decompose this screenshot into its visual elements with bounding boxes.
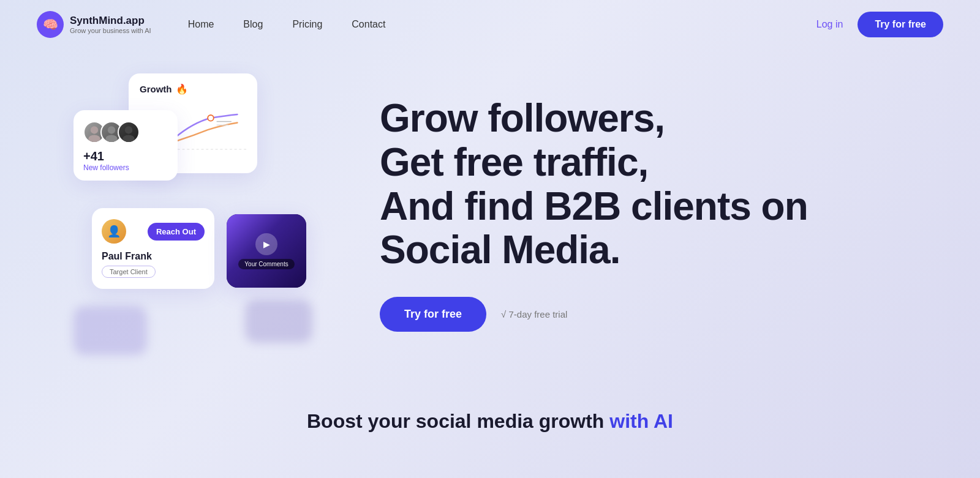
navbar: 🧠 SynthMind.app Grow your business with … bbox=[0, 0, 980, 49]
comments-label: Your Comments bbox=[238, 259, 294, 269]
nav-links: Home Blog Pricing Contact bbox=[188, 19, 816, 30]
svg-point-6 bbox=[108, 126, 115, 133]
nav-contact[interactable]: Contact bbox=[352, 19, 385, 30]
comments-bg: ▶ Your Comments bbox=[227, 214, 306, 288]
svg-point-4 bbox=[91, 126, 98, 133]
reach-person-avatar: 👤 bbox=[102, 219, 126, 244]
avatar-3 bbox=[118, 121, 140, 143]
hero-section: Growth 🔥 bbox=[0, 49, 980, 379]
nav-pricing[interactable]: Pricing bbox=[292, 19, 322, 30]
followers-avatars bbox=[83, 121, 168, 143]
nav-blog[interactable]: Blog bbox=[243, 19, 263, 30]
nav-home[interactable]: Home bbox=[188, 19, 214, 30]
reach-out-button[interactable]: Reach Out bbox=[148, 223, 205, 241]
bottom-section: Boost your social media growth with AI bbox=[0, 379, 980, 451]
decorative-blur-left bbox=[74, 306, 147, 355]
comments-card: ▶ Your Comments bbox=[227, 214, 306, 288]
followers-count: +41 bbox=[83, 149, 168, 163]
logo-icon: 🧠 bbox=[37, 11, 64, 38]
svg-point-7 bbox=[105, 135, 118, 142]
svg-point-8 bbox=[125, 126, 132, 133]
ui-cards-display: Growth 🔥 bbox=[74, 73, 331, 355]
decorative-blur-right bbox=[245, 300, 312, 343]
nav-actions: Log in Try for free bbox=[816, 12, 943, 37]
hero-text-block: Grow followers, Get free traffic, And fi… bbox=[380, 97, 943, 332]
bottom-heading: Boost your social media growth with AI bbox=[37, 410, 943, 433]
play-icon[interactable]: ▶ bbox=[255, 233, 277, 255]
brand-name: SynthMind.app bbox=[70, 15, 151, 27]
hero-cta-row: Try for free √ 7-day free trial bbox=[380, 297, 943, 332]
svg-point-1 bbox=[208, 115, 214, 121]
growth-card-title: Growth bbox=[140, 84, 172, 94]
brand-tagline: Grow your business with AI bbox=[70, 27, 151, 34]
logo-link[interactable]: 🧠 SynthMind.app Grow your business with … bbox=[37, 11, 151, 38]
reach-top-row: 👤 Reach Out bbox=[102, 219, 205, 244]
followers-label: New followers bbox=[83, 163, 168, 172]
login-button[interactable]: Log in bbox=[816, 19, 843, 30]
hero-heading: Grow followers, Get free traffic, And fi… bbox=[380, 97, 943, 272]
reach-target-badge: Target Client bbox=[102, 266, 156, 278]
try-free-hero-button[interactable]: Try for free bbox=[380, 297, 486, 332]
fire-icon: 🔥 bbox=[176, 83, 188, 95]
reach-out-card: 👤 Reach Out Paul Frank Target Client bbox=[92, 208, 214, 289]
svg-point-5 bbox=[88, 135, 100, 142]
followers-card: +41 New followers bbox=[74, 110, 178, 181]
trial-text: √ 7-day free trial bbox=[501, 309, 567, 319]
try-free-nav-button[interactable]: Try for free bbox=[858, 12, 943, 37]
svg-point-9 bbox=[123, 135, 135, 142]
reach-person-name: Paul Frank bbox=[102, 251, 205, 262]
